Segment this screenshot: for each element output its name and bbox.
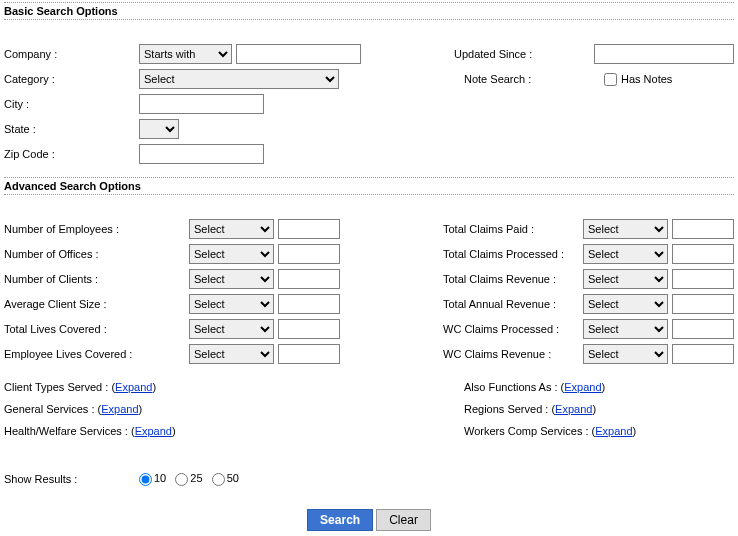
basic-search-header: Basic Search Options (4, 2, 734, 20)
wc-services-label: Workers Comp Services : ( (464, 425, 595, 437)
offices-select[interactable]: Select (189, 244, 274, 264)
employees-label: Number of Employees : (4, 223, 189, 235)
close-paren: ) (172, 425, 176, 437)
wc-processed-label: WC Claims Processed : (443, 323, 583, 335)
annual-revenue-select[interactable]: Select (583, 294, 668, 314)
avg-client-input[interactable] (278, 294, 340, 314)
close-paren: ) (602, 381, 606, 393)
health-welfare-label: Health/Welfare Services : ( (4, 425, 135, 437)
employees-input[interactable] (278, 219, 340, 239)
advanced-search-header: Advanced Search Options (4, 177, 734, 195)
total-lives-input[interactable] (278, 319, 340, 339)
results-10-label: 10 (154, 472, 166, 484)
has-notes-label: Has Notes (621, 73, 672, 85)
category-label: Category : (4, 73, 139, 85)
emp-lives-input[interactable] (278, 344, 340, 364)
close-paren: ) (139, 403, 143, 415)
results-50-label: 50 (227, 472, 239, 484)
note-search-label: Note Search : (464, 73, 604, 85)
offices-input[interactable] (278, 244, 340, 264)
wc-processed-select[interactable]: Select (583, 319, 668, 339)
results-25-label: 25 (190, 472, 202, 484)
claims-paid-label: Total Claims Paid : (443, 223, 583, 235)
wc-processed-input[interactable] (672, 319, 734, 339)
updated-since-label: Updated Since : (454, 48, 594, 60)
close-paren: ) (592, 403, 596, 415)
zip-input[interactable] (139, 144, 264, 164)
wc-revenue-select[interactable]: Select (583, 344, 668, 364)
employees-select[interactable]: Select (189, 219, 274, 239)
regions-served-expand[interactable]: Expand (555, 403, 592, 415)
claims-paid-select[interactable]: Select (583, 219, 668, 239)
city-label: City : (4, 98, 139, 110)
company-operator-select[interactable]: Starts with (139, 44, 232, 64)
wc-revenue-label: WC Claims Revenue : (443, 348, 583, 360)
claims-processed-label: Total Claims Processed : (443, 248, 583, 260)
claims-paid-input[interactable] (672, 219, 734, 239)
offices-label: Number of Offices : (4, 248, 189, 260)
updated-since-input[interactable] (594, 44, 734, 64)
clients-select[interactable]: Select (189, 269, 274, 289)
annual-revenue-label: Total Annual Revenue : (443, 298, 583, 310)
avg-client-select[interactable]: Select (189, 294, 274, 314)
annual-revenue-input[interactable] (672, 294, 734, 314)
total-lives-select[interactable]: Select (189, 319, 274, 339)
general-services-label: General Services : ( (4, 403, 101, 415)
city-input[interactable] (139, 94, 264, 114)
state-label: State : (4, 123, 139, 135)
avg-client-label: Average Client Size : (4, 298, 189, 310)
general-services-expand[interactable]: Expand (101, 403, 138, 415)
company-input[interactable] (236, 44, 361, 64)
regions-served-label: Regions Served : ( (464, 403, 555, 415)
company-label: Company : (4, 48, 139, 60)
client-types-expand[interactable]: Expand (115, 381, 152, 393)
category-select[interactable]: Select (139, 69, 339, 89)
results-10-radio[interactable] (139, 473, 152, 486)
clients-input[interactable] (278, 269, 340, 289)
emp-lives-label: Employee Lives Covered : (4, 348, 189, 360)
wc-services-expand[interactable]: Expand (595, 425, 632, 437)
client-types-label: Client Types Served : ( (4, 381, 115, 393)
claims-processed-input[interactable] (672, 244, 734, 264)
claims-processed-select[interactable]: Select (583, 244, 668, 264)
show-results-label: Show Results : (4, 473, 139, 485)
claims-revenue-select[interactable]: Select (583, 269, 668, 289)
zip-label: Zip Code : (4, 148, 139, 160)
state-select[interactable] (139, 119, 179, 139)
clients-label: Number of Clients : (4, 273, 189, 285)
close-paren: ) (633, 425, 637, 437)
claims-revenue-label: Total Claims Revenue : (443, 273, 583, 285)
search-button[interactable]: Search (307, 509, 373, 531)
also-functions-label: Also Functions As : ( (464, 381, 564, 393)
claims-revenue-input[interactable] (672, 269, 734, 289)
has-notes-checkbox[interactable] (604, 73, 617, 86)
also-functions-expand[interactable]: Expand (564, 381, 601, 393)
health-welfare-expand[interactable]: Expand (135, 425, 172, 437)
results-25-radio[interactable] (175, 473, 188, 486)
wc-revenue-input[interactable] (672, 344, 734, 364)
total-lives-label: Total Lives Covered : (4, 323, 189, 335)
emp-lives-select[interactable]: Select (189, 344, 274, 364)
clear-button[interactable]: Clear (376, 509, 431, 531)
results-50-radio[interactable] (212, 473, 225, 486)
close-paren: ) (152, 381, 156, 393)
